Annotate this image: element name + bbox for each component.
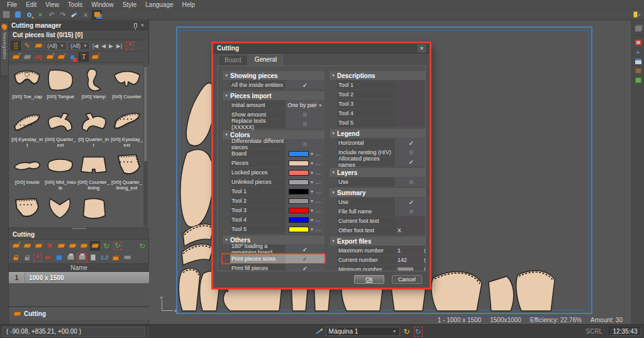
setting-value[interactable]: ✓	[286, 81, 325, 89]
fill-color-icon[interactable]	[54, 253, 64, 262]
close-panel-icon[interactable]: ×	[139, 22, 146, 29]
more-options-icon[interactable]: …	[315, 217, 321, 223]
checkbox-icon[interactable]	[409, 150, 414, 155]
report-icon[interactable]	[88, 253, 98, 262]
chevron-down-icon[interactable]: ▼	[310, 161, 314, 166]
navigator-tab[interactable]: Navegador	[0, 22, 9, 76]
more-options-icon[interactable]: …	[315, 226, 321, 232]
group-header[interactable]: ▾Legend	[330, 129, 426, 138]
print-selection-icon[interactable]	[77, 253, 87, 262]
setting-value[interactable]	[395, 81, 426, 89]
setting-row[interactable]: Current number142▲▼	[330, 256, 426, 264]
setting-row[interactable]: Tool 2▼…	[223, 196, 325, 205]
numbering-icon[interactable]: 1.2	[99, 253, 109, 262]
delete-piece-icon[interactable]: ×	[90, 52, 100, 62]
filter-dropdown-1[interactable]: (All)▼	[45, 42, 67, 50]
remove-piece-icon[interactable]	[22, 52, 32, 62]
setting-row[interactable]: Tool 1	[330, 81, 426, 89]
color-swatch[interactable]	[289, 161, 309, 166]
setting-value[interactable]	[395, 148, 426, 157]
setting-row[interactable]: Initial amountOne by pair▼	[223, 101, 325, 110]
knife-icon[interactable]	[69, 10, 79, 20]
more-options-icon[interactable]: …	[315, 150, 321, 157]
setting-value[interactable]: ✓	[286, 264, 325, 271]
setting-value[interactable]	[395, 217, 426, 225]
piece-grid-scrollbar[interactable]	[143, 65, 148, 227]
setting-row[interactable]: Maximum number1▲▼	[330, 246, 426, 255]
setting-value[interactable]: ✓	[286, 254, 325, 263]
board-copy-icon[interactable]	[56, 241, 66, 251]
setting-value[interactable]: ✓	[286, 245, 325, 254]
setting-row[interactable]: Current foot text	[330, 217, 426, 225]
rail-move-icon[interactable]: +	[634, 48, 643, 56]
setting-value[interactable]: ✓	[395, 198, 426, 206]
redo-icon[interactable]: ↷	[58, 10, 68, 20]
chevron-down-icon[interactable]: ▼	[310, 152, 314, 156]
group-header[interactable]: ▾Layers	[330, 168, 426, 177]
piece-nav-2[interactable]: ▶	[108, 43, 114, 49]
setting-value[interactable]	[395, 118, 426, 127]
toolcase-icon[interactable]	[111, 253, 121, 262]
setting-row[interactable]: Print fill pieces✓	[223, 264, 325, 271]
rail-table-icon[interactable]	[634, 57, 643, 65]
group-header[interactable]: ▾Summary	[330, 188, 426, 197]
setting-row[interactable]: Board▼…	[223, 149, 325, 158]
spinner-arrows[interactable]: ▲▼	[423, 257, 426, 262]
options-dots-icon[interactable]	[122, 253, 132, 262]
cancel-button[interactable]: Cancel	[392, 275, 422, 284]
menu-item-help[interactable]: Help	[178, 1, 200, 9]
more-options-icon[interactable]: …	[315, 179, 321, 185]
spinner-value[interactable]: 142	[395, 257, 422, 263]
more-options-icon[interactable]: …	[315, 198, 321, 204]
tab-board[interactable]: Board	[218, 55, 248, 65]
refresh-target-icon[interactable]: ↻	[414, 327, 423, 337]
setting-value[interactable]: One by pair▼	[286, 101, 325, 110]
setting-row[interactable]: 180º loading a remaining board✓	[223, 245, 325, 254]
setting-value[interactable]: 142▲▼	[395, 256, 426, 264]
duo-color-icon[interactable]	[67, 52, 77, 62]
setting-value[interactable]	[286, 110, 325, 119]
more-options-icon[interactable]: …	[315, 207, 321, 213]
menu-item-window[interactable]: Window	[87, 1, 118, 9]
color-swatch[interactable]	[289, 189, 309, 194]
piece-cell[interactable]: [0/0] Counter_lining	[77, 152, 111, 195]
refresh-icon[interactable]: ↻	[404, 327, 410, 336]
setting-row[interactable]: Tool 4▼…	[223, 215, 325, 224]
setting-value[interactable]: ▼…	[286, 159, 325, 167]
chevron-down-icon[interactable]: ▼	[310, 208, 314, 213]
undo-icon[interactable]: ↶	[47, 10, 57, 20]
piece-cell[interactable]	[11, 195, 44, 227]
board-refresh-icon[interactable]: ↻	[101, 241, 111, 251]
collapse-icon[interactable]: ▾	[330, 131, 337, 136]
rail-material-icon[interactable]	[634, 67, 643, 75]
pan-hand-icon[interactable]	[13, 10, 23, 20]
setting-value[interactable]: ▼…	[286, 187, 325, 196]
cut-board-icon[interactable]: ✂	[43, 253, 53, 262]
collapse-icon[interactable]: ▾	[223, 73, 230, 78]
setting-row[interactable]: Replace texts (XXXXX)	[223, 120, 325, 128]
menu-item-style[interactable]: Style	[118, 1, 141, 9]
setting-row[interactable]: File full name	[330, 207, 426, 216]
piece-board-icon[interactable]: ▪	[56, 52, 66, 62]
setting-value[interactable]: ▼…	[286, 168, 325, 177]
snap-icon[interactable]: ⨯	[80, 10, 91, 20]
piece-nav-3[interactable]: ▶|	[115, 43, 123, 49]
menu-item-tools[interactable]: Tools	[64, 1, 87, 9]
piece-cell[interactable]: [0] Quarter_int	[77, 110, 111, 152]
setting-row[interactable]: Use✓	[330, 198, 426, 206]
setting-value[interactable]: ▼…	[286, 149, 325, 158]
setting-row[interactable]: Other foot textX	[330, 226, 426, 235]
piece-cell[interactable]	[77, 195, 111, 227]
collapse-icon[interactable]: ▾	[223, 237, 230, 242]
piece-cell[interactable]: [0/0] Quarter_ext	[44, 110, 77, 152]
setting-row[interactable]: Print pieces sizes✓	[223, 254, 325, 263]
piece-list-icon[interactable]: ≡	[45, 52, 55, 62]
add-piece-icon[interactable]: +	[11, 52, 21, 62]
piece-cell[interactable]	[44, 195, 77, 227]
group-header[interactable]: ▾Descriptions	[330, 71, 426, 80]
collapse-icon[interactable]: ▾	[330, 190, 337, 195]
board-flat-icon[interactable]	[33, 241, 43, 251]
dialog-close-icon[interactable]: ✕	[418, 45, 426, 52]
collapse-icon[interactable]: ▾	[330, 239, 337, 244]
unlock-icon[interactable]	[22, 253, 32, 262]
